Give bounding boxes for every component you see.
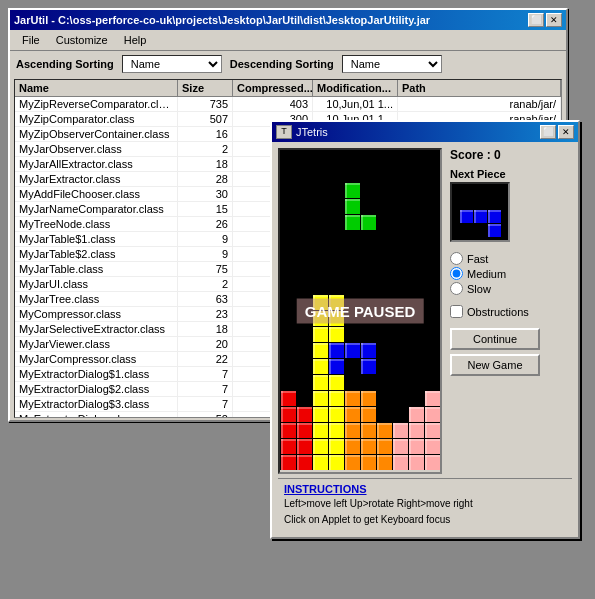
tetris-buttons: Continue New Game (450, 328, 560, 376)
jtetris-window: T JTetris ⬜ ✕ GAME PAUSED Score : 0 Next… (270, 120, 580, 539)
jarutil-title-buttons: ⬜ ✕ (528, 13, 562, 27)
instructions-line2: Click on Applet to get Keyboard focus (284, 513, 566, 527)
speed-slow-option[interactable]: Slow (450, 282, 560, 295)
col-size: Size (178, 80, 233, 96)
col-compressed: Compressed... (233, 80, 313, 96)
speed-slow-label: Slow (467, 283, 491, 295)
speed-options: Fast Medium Slow (450, 252, 560, 295)
instructions-section: INSTRUCTIONS Left>move left Up>rotate Ri… (278, 478, 572, 531)
speed-fast-radio[interactable] (450, 252, 463, 265)
jarutil-close-btn[interactable]: ✕ (546, 13, 562, 27)
speed-medium-label: Medium (467, 268, 506, 280)
speed-fast-label: Fast (467, 253, 488, 265)
table-row[interactable]: MyZipReverseComparator.class73540310,Jun… (15, 97, 561, 112)
jarutil-toolbar: Ascending Sorting Name Size Date Descend… (10, 51, 566, 77)
jtetris-icon: T (276, 125, 292, 139)
menu-help[interactable]: Help (116, 32, 155, 48)
descending-sort-label: Descending Sorting (230, 58, 334, 70)
score-display: Score : 0 (450, 148, 560, 162)
table-header: Name Size Compressed... Modification... … (15, 80, 561, 97)
obstructions-label: Obstructions (467, 306, 529, 318)
tetris-sidebar: Score : 0 Next Piece Fast Medium (450, 148, 560, 474)
jtetris-content: GAME PAUSED Score : 0 Next Piece Fast (272, 142, 578, 537)
jarutil-restore-btn[interactable]: ⬜ (528, 13, 544, 27)
instructions-link[interactable]: INSTRUCTIONS (284, 483, 367, 495)
obstructions-row: Obstructions (450, 305, 560, 318)
menu-file[interactable]: File (14, 32, 48, 48)
ascending-sort-label: Ascending Sorting (16, 58, 114, 70)
speed-fast-option[interactable]: Fast (450, 252, 560, 265)
obstructions-checkbox[interactable] (450, 305, 463, 318)
col-name: Name (15, 80, 178, 96)
next-piece-section: Next Piece (450, 168, 560, 242)
jtetris-title-bar: T JTetris ⬜ ✕ (272, 122, 578, 142)
speed-medium-option[interactable]: Medium (450, 267, 560, 280)
new-game-button[interactable]: New Game (450, 354, 540, 376)
jarutil-menu-bar: File Customize Help (10, 30, 566, 51)
speed-medium-radio[interactable] (450, 267, 463, 280)
jtetris-title-text: JTetris (292, 126, 540, 138)
speed-slow-radio[interactable] (450, 282, 463, 295)
ascending-sort-select[interactable]: Name Size Date (122, 55, 222, 73)
next-piece-label: Next Piece (450, 168, 560, 180)
next-piece-box (450, 182, 510, 242)
jarutil-title-bar: JarUtil - C:\oss-perforce-co-uk\projects… (10, 10, 566, 30)
jarutil-title: JarUtil - C:\oss-perforce-co-uk\projects… (14, 14, 430, 26)
continue-button[interactable]: Continue (450, 328, 540, 350)
jtetris-restore-btn[interactable]: ⬜ (540, 125, 556, 139)
tetris-board-wrapper[interactable]: GAME PAUSED (278, 148, 442, 474)
col-path: Path (398, 80, 561, 96)
instructions-line1: Left>move left Up>rotate Right>move righ… (284, 497, 566, 511)
tetris-board[interactable] (280, 150, 440, 470)
tetris-main-area: GAME PAUSED Score : 0 Next Piece Fast (278, 148, 572, 474)
col-modification: Modification... (313, 80, 398, 96)
jtetris-close-btn[interactable]: ✕ (558, 125, 574, 139)
descending-sort-select[interactable]: Name Size Date (342, 55, 442, 73)
menu-customize[interactable]: Customize (48, 32, 116, 48)
next-piece-canvas (452, 184, 508, 240)
